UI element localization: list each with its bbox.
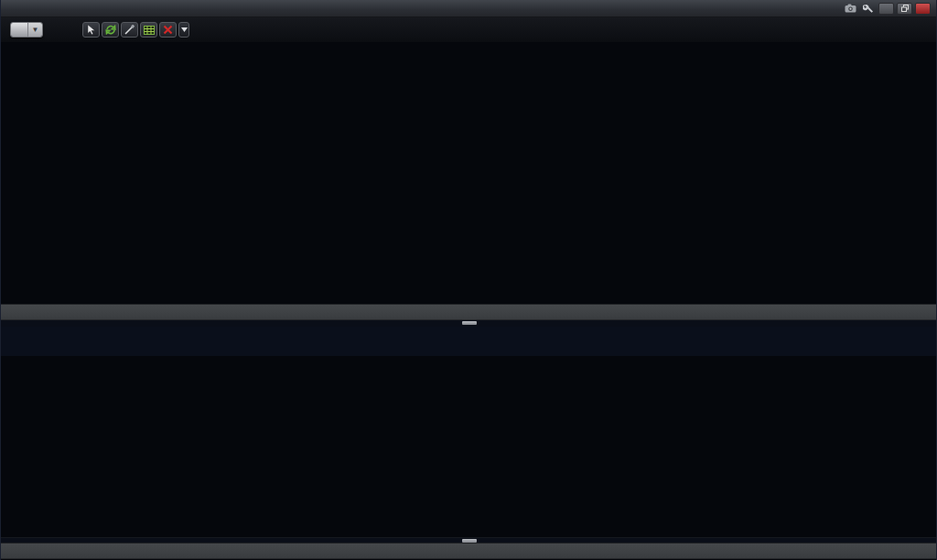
iv-chart[interactable] [1, 356, 937, 537]
chart-window: ▼ [0, 0, 937, 560]
add-chart-label [11, 23, 27, 37]
cursor-tool-icon[interactable] [82, 22, 100, 38]
add-chart-button[interactable]: ▼ [10, 22, 43, 38]
toolbar: ▼ [1, 17, 936, 42]
drawing-tools [81, 22, 189, 38]
add-chart-dropdown[interactable]: ▼ [27, 23, 42, 37]
iv-legend-row [19, 341, 936, 354]
splitter-grip-icon[interactable] [462, 321, 477, 325]
close-button[interactable] [915, 3, 931, 15]
restore-button[interactable] [897, 3, 912, 15]
chart-grid-tool-icon[interactable] [140, 22, 157, 38]
tools-dropdown-icon[interactable] [178, 22, 189, 38]
delete-drawing-tool-icon[interactable] [159, 22, 177, 38]
camera-icon[interactable] [843, 3, 857, 15]
price-chart-pane[interactable] [1, 42, 936, 304]
price-chart[interactable] [1, 42, 937, 304]
hv-legend-row [19, 328, 936, 341]
underlying-block [63, 26, 68, 35]
minimize-button[interactable] [878, 3, 894, 15]
wrench-icon[interactable] [861, 3, 876, 15]
draw-line-tool-icon[interactable] [121, 22, 138, 38]
title-bar[interactable] [1, 0, 936, 17]
refresh-tool-icon[interactable] [102, 22, 119, 38]
pane-splitter[interactable] [1, 320, 936, 327]
volatility-legend [1, 327, 936, 356]
iv-chart-time-axis[interactable] [1, 543, 936, 559]
price-chart-time-axis[interactable] [1, 304, 936, 320]
